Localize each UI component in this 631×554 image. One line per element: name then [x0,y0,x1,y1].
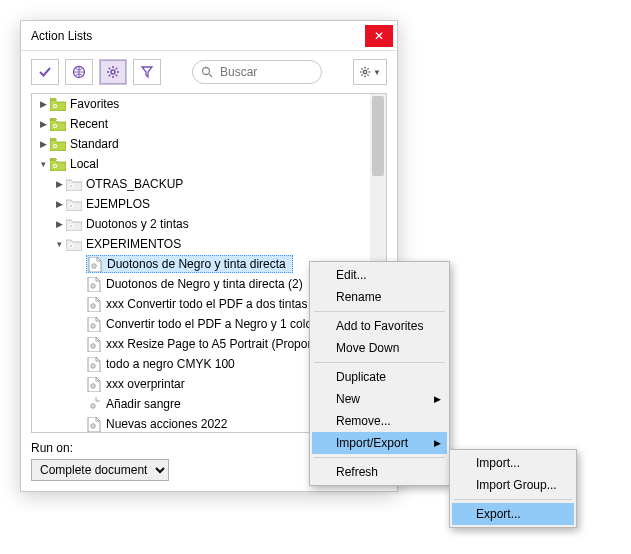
search-input[interactable] [218,64,298,80]
tree-label: xxx overprintar [106,377,185,391]
chevron-right-icon[interactable]: ▶ [36,137,50,151]
filter-button[interactable] [133,59,161,85]
dialog-title: Action Lists [31,29,365,43]
tree-item-standard[interactable]: ▶Standard [32,134,386,154]
svg-point-50 [92,385,93,386]
folder-icon [66,237,82,251]
search-box[interactable] [192,60,322,84]
chevron-down-icon[interactable]: ▾ [36,157,50,171]
tree-label: EJEMPLOS [86,197,150,211]
svg-point-12 [363,70,366,73]
svg-point-30 [70,185,72,187]
tree-item-local[interactable]: ▾Local [32,154,386,174]
folder-icon [50,157,66,171]
tree-label: Duotonos de Negro y tinta directa [107,257,286,271]
scrollbar-thumb[interactable] [372,96,384,176]
menu-separator [314,457,445,458]
chevron-right-icon[interactable]: ▶ [52,197,66,211]
menu-item-add-favorites[interactable]: Add to Favorites [312,315,447,337]
action-file-icon [86,277,102,291]
folder-icon [50,137,66,151]
tree-label: Recent [70,117,108,131]
action-file-icon [87,257,103,271]
svg-line-7 [116,75,117,76]
chevron-right-icon[interactable]: ▶ [52,217,66,231]
context-submenu[interactable]: Import... Import Group... Export... [449,449,577,512]
folder-icon [66,197,82,211]
submenu-arrow-icon: ▶ [434,438,441,448]
check-icon [38,65,52,79]
menu-item-move-down[interactable]: Move Down [312,337,447,359]
action-file-icon [86,337,102,351]
svg-point-22 [54,105,56,107]
svg-point-52 [92,405,93,406]
menu-item-import-group[interactable]: Import Group... [452,474,574,496]
svg-point-46 [92,345,93,346]
globe-button[interactable] [65,59,93,85]
svg-point-28 [54,165,56,167]
svg-point-54 [92,425,93,426]
chevron-right-icon[interactable]: ▶ [52,177,66,191]
settings-dropdown-button[interactable]: ▼ [353,59,387,85]
tree-item-duotonos2[interactable]: ▶Duotonos y 2 tintas [32,214,386,234]
menu-item-duplicate[interactable]: Duplicate [312,366,447,388]
svg-line-20 [367,68,368,69]
svg-line-18 [367,74,368,75]
tree-label: EXPERIMENTOS [86,237,181,251]
chevron-right-icon[interactable]: ▶ [36,97,50,111]
tree-item-otras-backup[interactable]: ▶OTRAS_BACKUP [32,174,386,194]
svg-point-36 [70,245,72,247]
close-button[interactable]: ✕ [365,25,393,47]
context-menu[interactable]: Edit... Rename Add to Favorites Move Dow… [309,261,450,486]
svg-line-8 [109,75,110,76]
gear-button[interactable] [99,59,127,85]
folder-icon [66,217,82,231]
menu-item-import-export[interactable]: Import/Export▶ [312,432,447,454]
menu-separator [314,362,445,363]
titlebar: Action Lists ✕ [21,21,397,51]
folder-icon [50,117,66,131]
svg-point-38 [93,265,94,266]
menu-separator [314,311,445,312]
tree-label: todo a negro CMYK 100 [106,357,235,371]
tree-label: OTRAS_BACKUP [86,177,183,191]
svg-line-11 [209,74,212,77]
chevron-down-icon: ▼ [373,68,381,77]
svg-point-40 [92,285,93,286]
tree-item-recent[interactable]: ▶Recent [32,114,386,134]
action-file-icon [86,317,102,331]
menu-item-refresh[interactable]: Refresh [312,461,447,483]
menu-item-remove[interactable]: Remove... [312,410,447,432]
menu-item-import[interactable]: Import... [452,452,574,474]
menu-item-rename[interactable]: Rename [312,286,447,308]
folder-icon [50,97,66,111]
tree-label: Local [70,157,99,171]
svg-point-42 [92,305,93,306]
search-icon [201,66,213,78]
tree-item-favorites[interactable]: ▶Favorites [32,94,386,114]
action-file-icon [86,357,102,371]
menu-item-export[interactable]: Export... [452,503,574,512]
menu-item-new[interactable]: New▶ [312,388,447,410]
globe-icon [72,65,86,79]
svg-point-10 [203,68,210,75]
tree-label: xxx Convertir todo el PDF a dos tintas [106,297,307,311]
menu-separator [454,499,572,500]
gear-icon [106,65,120,79]
svg-point-34 [70,225,72,227]
gear-icon [359,66,371,78]
svg-point-32 [70,205,72,207]
toolbar: ▼ [21,51,397,93]
close-icon: ✕ [374,29,384,43]
check-button[interactable] [31,59,59,85]
run-on-select[interactable]: Complete document [31,459,169,481]
tree-label: Duotonos y 2 tintas [86,217,189,231]
svg-point-48 [92,365,93,366]
tree-item-ejemplos[interactable]: ▶EJEMPLOS [32,194,386,214]
chevron-right-icon[interactable]: ▶ [36,117,50,131]
svg-point-1 [111,70,115,74]
folder-icon [66,177,82,191]
menu-item-edit[interactable]: Edit... [312,264,447,286]
chevron-down-icon[interactable]: ▾ [52,237,66,251]
tree-item-experimentos[interactable]: ▾EXPERIMENTOS [32,234,386,254]
